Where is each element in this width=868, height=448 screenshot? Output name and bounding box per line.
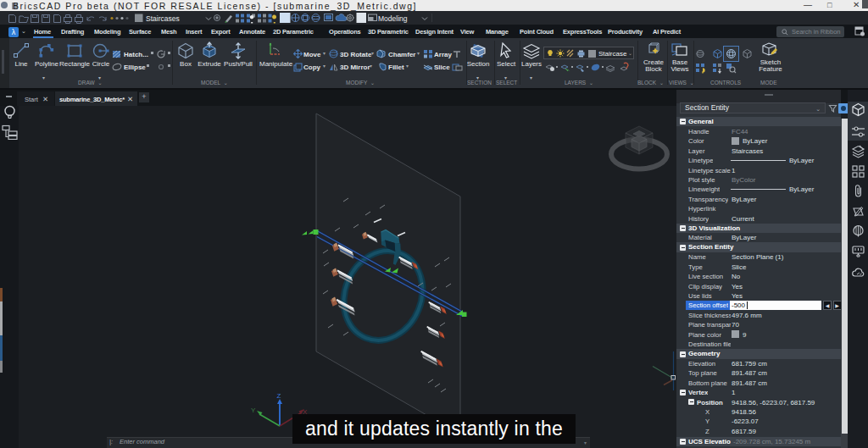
svg-text:Z: Z (277, 392, 281, 400)
svg-text:Modeling: Modeling (378, 14, 408, 23)
svg-text:Y: Y (251, 407, 256, 414)
svg-text:Staircases: Staircases (146, 14, 180, 23)
